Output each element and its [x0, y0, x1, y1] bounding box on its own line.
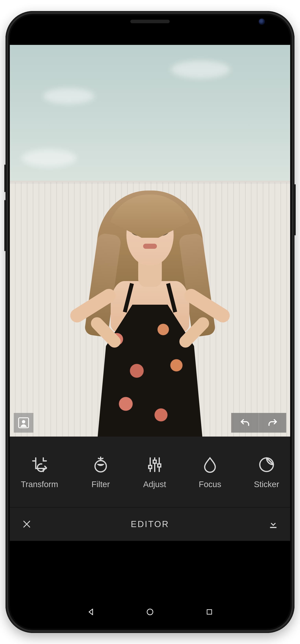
nav-recent-button[interactable] [204, 606, 215, 618]
nav-home-button[interactable] [144, 606, 156, 618]
photo-canvas[interactable] [10, 45, 290, 436]
phone-frame: Transform Filter [5, 11, 295, 633]
svg-point-1 [22, 420, 25, 423]
transform-icon [30, 455, 49, 474]
close-icon [22, 519, 32, 529]
compare-original-button[interactable] [14, 413, 33, 432]
adjust-icon [145, 455, 165, 474]
tool-sticker[interactable]: Sticker [254, 455, 279, 489]
svg-point-2 [95, 460, 106, 472]
svg-rect-11 [270, 527, 277, 528]
sticker-icon [257, 455, 277, 474]
front-camera [259, 18, 265, 25]
svg-point-12 [147, 609, 153, 615]
editor-title: EDITOR [131, 519, 169, 529]
svg-rect-8 [158, 464, 161, 467]
undo-button[interactable] [231, 413, 259, 432]
tool-label: Adjust [143, 480, 166, 489]
volume-up-button [4, 164, 5, 192]
photo-decor [171, 60, 230, 78]
tool-focus[interactable]: Focus [199, 455, 221, 489]
filter-icon [91, 455, 110, 474]
spacer [10, 541, 290, 595]
earpiece [130, 20, 170, 23]
power-button [295, 184, 296, 236]
svg-rect-6 [153, 460, 156, 463]
photo-decor [22, 149, 77, 167]
svg-rect-4 [149, 465, 152, 468]
redo-icon [266, 416, 279, 429]
redo-button[interactable] [259, 413, 286, 432]
photo-decor [43, 88, 94, 104]
tool-transform[interactable]: Transform [21, 455, 58, 489]
nav-back-button[interactable] [85, 606, 97, 618]
tool-label: Focus [199, 480, 221, 489]
tool-adjust[interactable]: Adjust [143, 455, 166, 489]
tool-row: Transform Filter [10, 436, 290, 508]
photo-subject [75, 183, 225, 436]
save-button[interactable] [267, 518, 279, 530]
square-recent-icon [205, 608, 213, 616]
close-button[interactable] [21, 518, 33, 530]
tool-label: Filter [91, 480, 110, 489]
focus-icon [200, 455, 220, 474]
circle-home-icon [146, 608, 154, 616]
undo-icon [239, 416, 251, 429]
android-nav-bar [10, 595, 290, 629]
svg-rect-13 [207, 610, 212, 614]
tool-filter[interactable]: Filter [91, 455, 110, 489]
tool-label: Transform [21, 480, 58, 489]
profile-framed-icon [17, 416, 30, 429]
undo-redo-group [231, 413, 286, 432]
triangle-back-icon [86, 608, 95, 616]
volume-down-button [4, 200, 5, 251]
screen: Transform Filter [10, 15, 290, 629]
editor-bar: EDITOR [10, 508, 290, 541]
tool-label: Sticker [254, 480, 279, 489]
download-icon [268, 518, 279, 530]
